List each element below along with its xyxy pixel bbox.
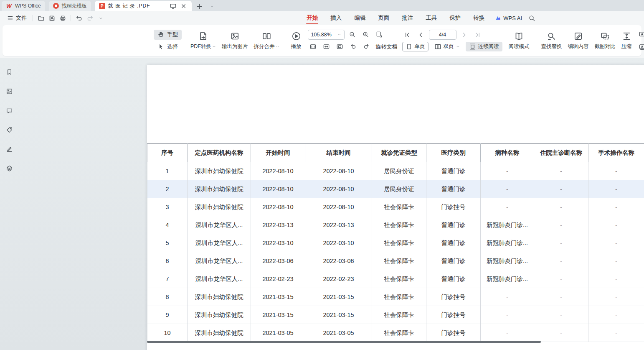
wps-ai-button[interactable]: WPS AI xyxy=(491,15,526,21)
table-cell: 深圳市妇幼保健院 xyxy=(188,306,251,324)
close-tab-icon[interactable] xyxy=(180,2,188,10)
tab-docer-templates[interactable]: 找稻壳模板 xyxy=(49,1,91,11)
first-page-button[interactable] xyxy=(402,30,413,40)
table-row[interactable]: 5深圳市龙华区人...2022-03-102022-03-10社会保障卡普通门诊… xyxy=(147,234,644,252)
search-button[interactable] xyxy=(526,13,537,23)
ribbon-panel: 手型 选择 PDF转换 输出为图片 拆分合并 播放 xyxy=(3,25,641,56)
table-row[interactable]: 8深圳市妇幼保健院2021-03-152021-03-15社会保障卡门诊挂号--… xyxy=(147,288,644,306)
pdf-convert-icon xyxy=(198,31,208,41)
table-cell: 2022-03-06 xyxy=(305,252,372,270)
table-cell: - xyxy=(534,180,588,198)
table-cell: 2022-08-10 xyxy=(251,180,305,198)
hand-tool-button[interactable]: 手型 xyxy=(154,30,182,40)
comments-panel-button[interactable] xyxy=(4,105,14,115)
table-cell: 深圳市龙华区人... xyxy=(188,252,251,270)
table-cell: - xyxy=(481,324,534,342)
table-header-cell: 医疗类别 xyxy=(426,144,481,162)
undo-button[interactable] xyxy=(74,13,84,23)
history-chevron-icon[interactable] xyxy=(95,13,106,23)
menu-tab-tools[interactable]: 工具 xyxy=(419,11,443,25)
new-tab-button[interactable] xyxy=(195,2,204,11)
export-image-button[interactable]: 输出为图片 xyxy=(219,30,251,51)
table-row[interactable]: 3深圳市妇幼保健院2022-08-102022-08-10社会保障卡门诊挂号--… xyxy=(147,198,644,216)
play-button[interactable]: 播放 xyxy=(288,30,304,51)
document-viewport[interactable]: 序号定点医药机构名称开始时间结束时间就诊凭证类型医疗类别病种名称住院主诊断名称手… xyxy=(18,58,644,350)
redo-button[interactable] xyxy=(84,13,95,23)
rotate-left-button[interactable] xyxy=(348,42,359,52)
menu-tab-comment[interactable]: 批注 xyxy=(396,11,419,25)
find-replace-button[interactable]: 查找替换 xyxy=(538,30,565,51)
table-cell: 普通门诊 xyxy=(426,180,481,198)
table-cell: 5 xyxy=(147,234,188,252)
menu-tab-home[interactable]: 开始 xyxy=(300,11,324,25)
horizontal-scrollbar-thumb[interactable] xyxy=(147,341,541,343)
attachments-panel-button[interactable] xyxy=(4,125,14,135)
table-row[interactable]: 6深圳市龙华区人...2022-03-062022-03-06社会保障卡普通门诊… xyxy=(147,252,644,270)
one-to-one-icon xyxy=(309,43,317,50)
last-page-button[interactable] xyxy=(472,30,483,40)
screenshot-compare-button[interactable]: 截图对比 xyxy=(592,30,619,51)
table-header-row: 序号定点医药机构名称开始时间结束时间就诊凭证类型医疗类别病种名称住院主诊断名称手… xyxy=(147,144,644,162)
menu-tab-protect[interactable]: 保护 xyxy=(443,11,467,25)
menu-tab-edit[interactable]: 编辑 xyxy=(348,11,372,25)
next-page-button[interactable] xyxy=(459,30,470,40)
zoom-level-select[interactable]: 105.88% xyxy=(308,30,345,40)
zoom-out-button[interactable] xyxy=(347,30,358,40)
tab-list-chevron-icon[interactable] xyxy=(208,2,217,11)
table-row[interactable]: 2深圳市妇幼保健院2022-08-102022-08-10居民身份证普通门诊--… xyxy=(147,180,644,198)
menu-tab-insert[interactable]: 插入 xyxy=(324,11,348,25)
bookmarks-panel-button[interactable] xyxy=(4,67,14,77)
table-row[interactable]: 1深圳市妇幼保健院2022-08-102022-08-10居民身份证普通门诊--… xyxy=(147,162,644,180)
menu-tab-convert[interactable]: 转换 xyxy=(467,11,491,25)
select-tool-button[interactable]: 选择 xyxy=(154,42,182,52)
thumbnails-panel-button[interactable] xyxy=(4,86,14,96)
single-page-toggle[interactable]: 单页 xyxy=(402,42,428,51)
zoom-in-icon xyxy=(362,31,369,38)
full-translation-button[interactable]: 全文翻译 xyxy=(635,29,644,39)
read-mode-button[interactable]: 阅读模式 xyxy=(506,30,532,51)
page-number-input[interactable]: 4/4 xyxy=(429,30,456,40)
previous-page-icon xyxy=(417,31,424,38)
rotate-right-button[interactable] xyxy=(361,42,372,52)
table-header-cell: 病种名称 xyxy=(481,144,534,162)
pdf-page[interactable]: 序号定点医药机构名称开始时间结束时间就诊凭证类型医疗类别病种名称住院主诊断名称手… xyxy=(147,65,644,350)
table-row[interactable]: 7深圳市龙华区人...2022-02-232022-02-23社会保障卡普通门诊… xyxy=(147,270,644,288)
tab-wps-office[interactable]: WPS Office xyxy=(2,1,45,11)
find-replace-label: 查找替换 xyxy=(541,43,562,50)
actual-size-button[interactable] xyxy=(308,42,319,52)
table-cell: - xyxy=(534,270,588,288)
double-page-label: 双页 xyxy=(444,43,454,50)
save-button[interactable] xyxy=(46,13,57,23)
medical-records-table: 序号定点医药机构名称开始时间结束时间就诊凭证类型医疗类别病种名称住院主诊断名称手… xyxy=(147,143,644,342)
table-cell: - xyxy=(534,252,588,270)
double-page-toggle[interactable]: 双页 xyxy=(431,42,463,51)
menu-tab-page[interactable]: 页面 xyxy=(372,11,396,25)
fit-width-button[interactable] xyxy=(321,42,332,52)
split-merge-button[interactable]: 拆分合并 xyxy=(251,30,282,51)
table-cell: 2021-03-05 xyxy=(251,324,305,342)
signature-panel-button[interactable] xyxy=(4,144,14,154)
compress-button[interactable]: 压缩 xyxy=(619,30,635,51)
table-cell: 深圳市妇幼保健院 xyxy=(188,162,251,180)
continuous-read-label: 连续阅读 xyxy=(478,43,499,50)
table-cell: 门诊挂号 xyxy=(426,198,481,216)
table-row[interactable]: 4深圳市龙华区人...2022-03-132022-03-13社会保障卡普通门诊… xyxy=(147,216,644,234)
pdf-convert-button[interactable]: PDF转换 xyxy=(188,30,219,51)
previous-page-button[interactable] xyxy=(416,30,426,40)
file-menu-button[interactable]: 文件 xyxy=(3,13,30,23)
tab-document-pdf[interactable]: 就 医 记 录 .PDF xyxy=(95,1,192,11)
table-row[interactable]: 10深圳市妇幼保健院2021-03-052021-03-05社会保障卡门诊挂号-… xyxy=(147,324,644,342)
zoom-in-button[interactable] xyxy=(360,30,371,40)
table-row[interactable]: 9深圳市妇幼保健院2021-03-152021-03-15社会保障卡门诊挂号--… xyxy=(147,306,644,324)
table-cell: - xyxy=(534,216,588,234)
edit-content-button[interactable]: 编辑内容 xyxy=(565,30,592,51)
monitor-icon[interactable] xyxy=(170,2,177,10)
print-button[interactable] xyxy=(57,13,68,23)
open-file-button[interactable] xyxy=(35,13,46,23)
layers-panel-button[interactable] xyxy=(4,163,14,173)
continuous-read-toggle[interactable]: 连续阅读 xyxy=(466,42,502,51)
word-translation-button[interactable]: 划词翻译 xyxy=(635,42,644,52)
rotate-document-button[interactable]: 旋转文档 xyxy=(375,42,399,51)
fit-page-button[interactable] xyxy=(335,42,345,52)
fit-selection-button[interactable] xyxy=(374,30,385,40)
